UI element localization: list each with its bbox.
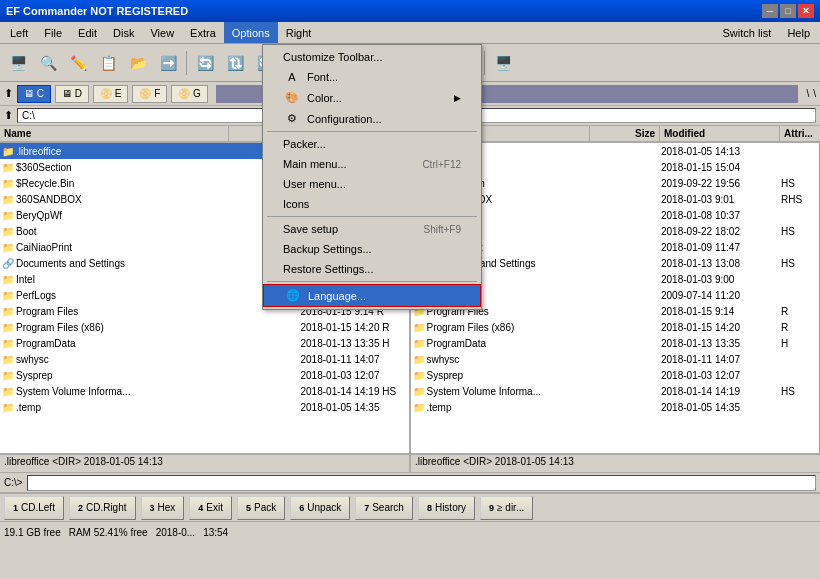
file-name-cell: 📁 Sysprep (0, 370, 229, 381)
file-mod-cell: 2018-01-05 14:35 (299, 402, 409, 413)
bottom-btn-7[interactable]: 7Search (355, 496, 413, 520)
menu-switchlist[interactable]: Switch list (714, 22, 779, 43)
bottom-btn-9[interactable]: 9≥ dir... (480, 496, 533, 520)
file-mod-cell: 2018-01-03 12:07 (299, 370, 409, 381)
right-col-mod[interactable]: Modified (660, 126, 780, 141)
left-file-row[interactable]: 📁 Program Files (x86) 2018-01-15 14:20 R (0, 319, 409, 335)
menu-edit[interactable]: Edit (70, 22, 105, 43)
dd-savesetup[interactable]: Save setup Shift+F9 (263, 219, 481, 239)
right-col-size[interactable]: Size (590, 126, 660, 141)
left-file-row[interactable]: 📁 System Volume Informa... 2018-01-14 14… (0, 383, 409, 399)
file-name-text: swhysc (427, 354, 460, 365)
ram-status: RAM 52.41% free (69, 527, 148, 538)
file-name-cell: 📁 .libreoffice (0, 146, 229, 157)
file-name-cell: 📁 Program Files (0, 306, 229, 317)
right-col-attr[interactable]: Attri... (780, 126, 820, 141)
drive-f-button[interactable]: 📀 F (132, 85, 167, 103)
dd-customize-toolbar[interactable]: Customize Toolbar... (263, 47, 481, 67)
right-file-row[interactable]: 📁 Program Files (x86) 2018-01-15 14:20 R (411, 319, 820, 335)
left-file-row[interactable]: 📁 Sysprep 2018-01-03 12:07 (0, 367, 409, 383)
dd-font[interactable]: A Font... (263, 67, 481, 87)
file-name-cell: 📁 swhysc (0, 354, 229, 365)
bottom-btn-4[interactable]: 4Exit (189, 496, 232, 520)
menu-file[interactable]: File (36, 22, 70, 43)
left-file-row[interactable]: 📁 ProgramData 2018-01-13 13:35 H (0, 335, 409, 351)
close-button[interactable]: ✕ (798, 4, 814, 18)
bottom-btn-6[interactable]: 6Unpack (290, 496, 350, 520)
menu-options[interactable]: Options (224, 22, 278, 43)
file-name-text: .libreoffice (16, 146, 61, 157)
left-file-row[interactable]: 📁 .temp 2018-01-05 14:35 (0, 399, 409, 415)
right-file-row[interactable]: 📁 swhysc 2018-01-11 14:07 (411, 351, 820, 367)
file-type-icon: 📁 (2, 306, 14, 317)
menu-extra[interactable]: Extra (182, 22, 224, 43)
file-mod-cell: 2018-01-03 12:07 (659, 370, 779, 381)
dd-configuration[interactable]: ⚙ Configuration... (263, 108, 481, 129)
free-space: 19.1 GB free (4, 527, 61, 538)
file-mod-cell: 2018-01-11 14:07 (299, 354, 409, 365)
tb-btn-6[interactable]: ➡️ (154, 49, 182, 77)
dd-mainmenu[interactable]: Main menu... Ctrl+F12 (263, 154, 481, 174)
dd-backupsettings[interactable]: Backup Settings... (263, 239, 481, 259)
tb-btn-5[interactable]: 📂 (124, 49, 152, 77)
dd-usermenu[interactable]: User menu... (263, 174, 481, 194)
right-file-row[interactable]: 📁 .temp 2018-01-05 14:35 (411, 399, 820, 415)
file-type-icon: 📁 (413, 386, 425, 397)
tb-btn-1[interactable]: 🖥️ (4, 49, 32, 77)
file-mod-cell: 2018-01-09 11:47 (659, 242, 779, 253)
file-mod-cell: 2018-01-14 14:19 (659, 386, 779, 397)
file-name-text: $Recycle.Bin (16, 178, 74, 189)
dd-icons[interactable]: Icons (263, 194, 481, 214)
maximize-button[interactable]: □ (780, 4, 796, 18)
file-type-icon: 📁 (2, 370, 14, 381)
file-name-cell: 📁 360SANDBOX (0, 194, 229, 205)
dd-color[interactable]: 🎨 Color... ▶ (263, 87, 481, 108)
bottom-btn-3[interactable]: 3Hex (141, 496, 185, 520)
dd-restoresettings[interactable]: Restore Settings... (263, 259, 481, 279)
drive-c-button[interactable]: 🖥 C (17, 85, 51, 103)
file-type-icon: 📁 (413, 370, 425, 381)
file-name-cell: 📁 PerfLogs (0, 290, 229, 301)
right-file-row[interactable]: 📁 ProgramData 2018-01-13 13:35 H (411, 335, 820, 351)
tb-btn-2[interactable]: 🔍 (34, 49, 62, 77)
file-name-cell: 📁 Sysprep (411, 370, 590, 381)
menu-disk[interactable]: Disk (105, 22, 142, 43)
bottom-btn-8[interactable]: 8History (418, 496, 475, 520)
tb-btn-4[interactable]: 📋 (94, 49, 122, 77)
right-file-row[interactable]: 📁 System Volume Informa... 2018-01-14 14… (411, 383, 820, 399)
menu-right[interactable]: Right (278, 22, 320, 43)
left-col-name[interactable]: Name (0, 126, 229, 141)
menu-view[interactable]: View (142, 22, 182, 43)
file-type-icon: 📁 (2, 274, 14, 285)
file-name-text: $360Section (16, 162, 72, 173)
bottom-btn-5[interactable]: 5Pack (237, 496, 285, 520)
command-input[interactable] (27, 475, 816, 491)
drive-e-button[interactable]: 📀 E (93, 85, 128, 103)
file-name-text: Intel (16, 274, 35, 285)
dd-packer[interactable]: Packer... (263, 134, 481, 154)
left-file-row[interactable]: 📁 swhysc 2018-01-11 14:07 (0, 351, 409, 367)
minimize-button[interactable]: ─ (762, 4, 778, 18)
file-type-icon: 🔗 (2, 258, 14, 269)
file-name-cell: 📁 ProgramData (0, 338, 229, 349)
menu-help[interactable]: Help (779, 22, 818, 43)
right-file-row[interactable]: 📁 Sysprep 2018-01-03 12:07 (411, 367, 820, 383)
bottom-btn-2[interactable]: 2CD.Right (69, 496, 136, 520)
bottom-btn-1[interactable]: 1CD.Left (4, 496, 64, 520)
tb-btn-3[interactable]: ✏️ (64, 49, 92, 77)
file-mod-cell: 2018-01-05 14:35 (659, 402, 779, 413)
drive-d-button[interactable]: 🖥 D (55, 85, 89, 103)
drive-g-button[interactable]: 📀 G (171, 85, 208, 103)
color-icon: 🎨 (283, 91, 301, 104)
date-status: 2018-0... (156, 527, 195, 538)
file-name-text: 360SANDBOX (16, 194, 82, 205)
tb-btn-8[interactable]: 🔃 (221, 49, 249, 77)
menu-left[interactable]: Left (2, 22, 36, 43)
file-mod-cell: 2018-01-05 14:13 (659, 146, 779, 157)
file-name-text: Sysprep (16, 370, 53, 381)
tb-btn-16[interactable]: 🖥️ (489, 49, 517, 77)
font-icon: A (283, 71, 301, 83)
file-name-text: Sysprep (427, 370, 464, 381)
dd-language[interactable]: 🌐 Language... (263, 284, 481, 307)
tb-btn-7[interactable]: 🔄 (191, 49, 219, 77)
